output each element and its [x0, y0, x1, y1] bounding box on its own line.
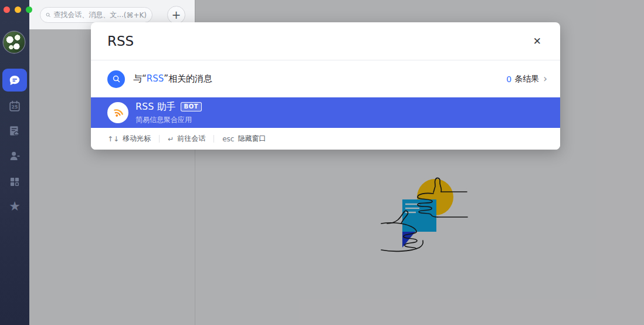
sidebar-item-workplace[interactable]	[0, 170, 29, 194]
result-count: 0 条结果 ›	[506, 74, 547, 84]
bot-badge: BOT	[181, 102, 202, 111]
sidebar-item-favorites[interactable]: ★	[0, 195, 29, 218]
docs-icon	[8, 124, 21, 137]
search-result-messages-row[interactable]: 与“RSS”相关的消息 0 条结果 ›	[91, 60, 560, 97]
zoom-window-button[interactable]	[26, 6, 32, 13]
search-result-bot-row[interactable]: RSS 助手 BOT 简易信息聚合应用	[91, 97, 560, 128]
contacts-icon	[8, 150, 21, 162]
quick-search-placeholder: 查找会话、消息、文...	[53, 10, 123, 20]
hint-label: 移动光标	[123, 134, 151, 144]
label-suffix: ”相关的消息	[164, 73, 212, 84]
sidebar-item-contacts[interactable]	[0, 144, 29, 168]
sidebar-item-messages[interactable]	[2, 69, 27, 92]
new-chat-button[interactable]: +	[167, 6, 185, 24]
hint-move-cursor: ↑↓ 移动光标	[107, 134, 151, 144]
rss-icon	[112, 107, 124, 119]
rss-bot-avatar	[107, 102, 128, 123]
star-icon: ★	[9, 200, 21, 213]
minimize-window-button[interactable]	[15, 6, 21, 13]
result-count-label: 条结果	[514, 74, 539, 84]
label-prefix: 与“	[133, 73, 147, 84]
chevron-right-icon: ›	[543, 74, 547, 84]
hint-hide-window: esc 隐藏窗口	[222, 134, 266, 144]
close-window-button[interactable]	[4, 6, 10, 13]
search-icon	[46, 11, 50, 19]
search-modal: ✕ 与“RSS”相关的消息 0 条结果 ›	[91, 22, 560, 150]
result-count-number: 0	[506, 75, 511, 84]
calendar-icon: 25	[8, 100, 21, 113]
search-modal-footer: ↑↓ 移动光标 ↵ 前往会话 esc 隐藏窗口	[91, 128, 560, 150]
workplace-grid-icon	[9, 176, 21, 188]
window-controls	[4, 6, 32, 13]
related-messages-label: 与“RSS”相关的消息	[133, 73, 212, 84]
chat-bubble-icon	[8, 74, 21, 87]
enter-key-icon: ↵	[168, 135, 174, 143]
close-icon[interactable]: ✕	[528, 34, 546, 49]
sidebar: 25 ★	[0, 0, 29, 325]
quick-search-input[interactable]: 查找会话、消息、文... (⌘+K)	[40, 7, 152, 23]
hint-label: 前往会话	[177, 134, 205, 144]
sidebar-item-docs[interactable]	[0, 119, 29, 143]
calendar-day-number: 25	[12, 104, 18, 110]
hint-divider	[213, 135, 214, 143]
search-query-input[interactable]	[107, 33, 528, 49]
arrow-keys-icon: ↑↓	[107, 135, 119, 143]
hint-go-to-chat: ↵ 前往会话	[168, 134, 205, 144]
user-avatar[interactable]	[4, 32, 25, 53]
sidebar-item-calendar[interactable]: 25	[0, 94, 29, 118]
search-modal-header: ✕	[91, 22, 560, 60]
message-search-icon	[107, 70, 125, 88]
bot-info: RSS 助手 BOT 简易信息聚合应用	[135, 101, 202, 125]
quick-search-shortcut: (⌘+K)	[124, 11, 147, 19]
esc-key-label: esc	[222, 135, 234, 143]
label-keyword: RSS	[147, 73, 164, 84]
hint-label: 隐藏窗口	[238, 134, 266, 144]
hint-divider	[159, 135, 160, 143]
bot-name: RSS 助手	[135, 101, 176, 113]
bot-description: 简易信息聚合应用	[135, 115, 202, 125]
